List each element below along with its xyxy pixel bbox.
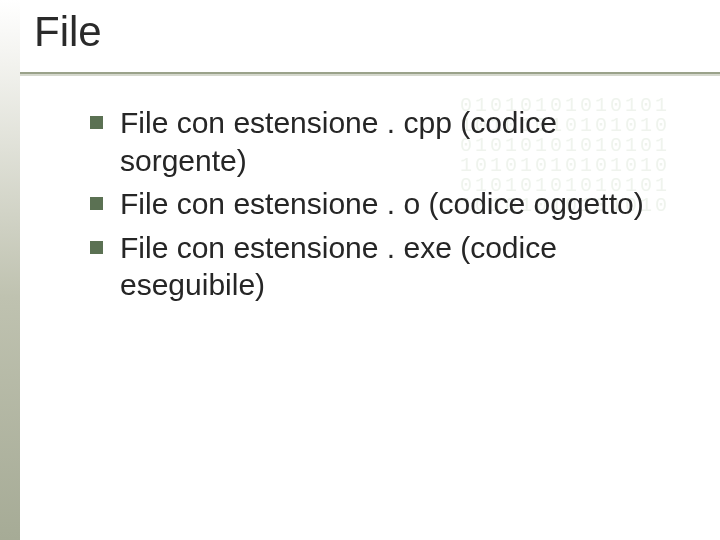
list-item-text: File con estensione . exe (codice esegui… — [120, 231, 557, 302]
list-item: File con estensione . o (codice oggetto) — [90, 185, 650, 223]
list-item-text: File con estensione . o (codice oggetto) — [120, 187, 644, 220]
title-underline — [20, 72, 720, 74]
page-title: File — [34, 8, 102, 56]
list-item: File con estensione . exe (codice esegui… — [90, 229, 650, 304]
bullet-square-icon — [90, 241, 103, 254]
bullet-list: File con estensione . cpp (codice sorgen… — [90, 104, 650, 310]
bullet-square-icon — [90, 197, 103, 210]
left-accent-bar — [0, 0, 20, 540]
slide: 01010101010101 10101010101010 0101010101… — [0, 0, 720, 540]
list-item: File con estensione . cpp (codice sorgen… — [90, 104, 650, 179]
bullet-square-icon — [90, 116, 103, 129]
list-item-text: File con estensione . cpp (codice sorgen… — [120, 106, 557, 177]
